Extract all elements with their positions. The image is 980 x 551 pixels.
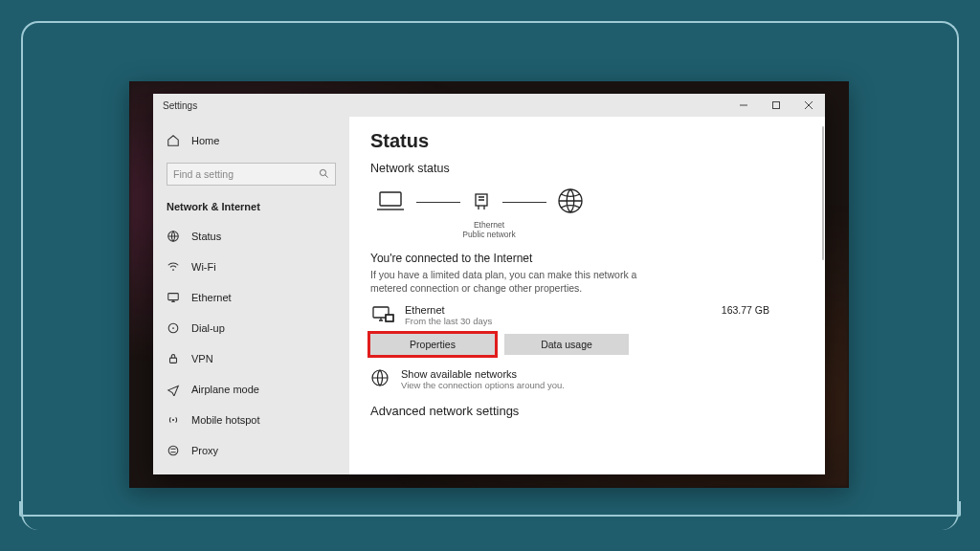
- status-icon: [167, 230, 180, 243]
- advanced-heading: Advanced network settings: [370, 404, 804, 418]
- hotspot-icon: [167, 413, 180, 427]
- settings-window: Settings Home Fi: [153, 94, 825, 474]
- available-title: Show available networks: [401, 368, 565, 380]
- desktop-wallpaper: Settings Home Fi: [129, 81, 849, 488]
- connection-usage: 163.77 GB: [722, 304, 804, 316]
- connected-description: If you have a limited data plan, you can…: [370, 268, 657, 295]
- sidebar-section-title: Network & Internet: [153, 195, 349, 220]
- ethernet-icon: [167, 291, 180, 304]
- button-label: Data usage: [541, 339, 592, 350]
- sidebar-item-hotspot[interactable]: Mobile hotspot: [153, 406, 349, 434]
- available-sub: View the connection options around you.: [401, 380, 565, 390]
- main-content: Status Network status Ether: [349, 117, 825, 474]
- connected-title: You're connected to the Internet: [370, 252, 804, 265]
- close-button[interactable]: [792, 94, 825, 117]
- page-subtitle: Network status: [370, 162, 804, 175]
- button-label: Properties: [410, 339, 456, 350]
- sidebar-item-airplane[interactable]: Airplane mode: [153, 375, 349, 404]
- sidebar-label: Mobile hotspot: [191, 414, 260, 426]
- airplane-icon: [167, 383, 180, 396]
- laptop-icon: [374, 188, 407, 215]
- sidebar-item-dialup[interactable]: Dial-up: [153, 314, 349, 342]
- svg-point-12: [172, 419, 174, 421]
- show-available-networks[interactable]: Show available networks View the connect…: [370, 368, 804, 390]
- search-icon: [319, 168, 329, 181]
- svg-point-4: [320, 169, 325, 175]
- search-input[interactable]: Find a setting: [167, 163, 336, 186]
- svg-rect-11: [170, 358, 177, 363]
- sidebar-label: Airplane mode: [191, 384, 259, 395]
- connection-period: From the last 30 days: [405, 316, 712, 326]
- sidebar-item-wifi[interactable]: Wi-Fi: [153, 253, 349, 281]
- svg-point-13: [168, 446, 178, 455]
- search-placeholder: Find a setting: [173, 168, 319, 180]
- window-title: Settings: [153, 100, 727, 111]
- sidebar-item-status[interactable]: Status: [153, 222, 349, 251]
- svg-point-7: [172, 269, 174, 271]
- svg-line-5: [325, 174, 328, 177]
- svg-rect-14: [380, 192, 401, 206]
- diagram-caption: Ethernet Public network: [460, 221, 518, 240]
- sidebar-label: Dial-up: [191, 322, 225, 334]
- sidebar-label: Ethernet: [191, 292, 232, 303]
- proxy-icon: [167, 444, 180, 457]
- sidebar-label: VPN: [191, 353, 213, 364]
- home-icon: [167, 134, 180, 147]
- titlebar: Settings: [153, 94, 825, 117]
- svg-rect-1: [773, 102, 780, 109]
- globe-small-icon: [370, 368, 390, 389]
- svg-point-10: [172, 327, 174, 329]
- vpn-icon: [167, 352, 180, 365]
- page-title: Status: [370, 130, 804, 152]
- sidebar-label: Home: [191, 135, 219, 146]
- sidebar-label: Wi-Fi: [191, 261, 216, 273]
- sidebar-item-vpn[interactable]: VPN: [153, 344, 349, 373]
- connection-row: Ethernet From the last 30 days 163.77 GB: [370, 304, 804, 326]
- scrollbar[interactable]: [822, 126, 824, 260]
- network-diagram: [370, 187, 804, 217]
- sidebar-label: Status: [191, 231, 221, 242]
- sidebar: Home Find a setting Network & Internet: [153, 117, 349, 474]
- dialup-icon: [167, 321, 180, 335]
- sidebar-label: Proxy: [191, 445, 218, 456]
- minimize-button[interactable]: [727, 94, 760, 117]
- router-icon: [470, 188, 493, 215]
- sidebar-item-proxy[interactable]: Proxy: [153, 436, 349, 465]
- ethernet-adapter-icon: [370, 304, 395, 325]
- maximize-button[interactable]: [760, 94, 792, 117]
- data-usage-button[interactable]: Data usage: [504, 334, 629, 355]
- sidebar-item-ethernet[interactable]: Ethernet: [153, 283, 349, 312]
- connection-name: Ethernet: [405, 304, 712, 316]
- wifi-icon: [167, 260, 180, 274]
- globe-icon: [556, 187, 585, 217]
- sidebar-item-home[interactable]: Home: [153, 126, 349, 155]
- properties-button[interactable]: Properties: [370, 334, 495, 355]
- svg-rect-8: [168, 294, 179, 300]
- svg-rect-18: [386, 315, 393, 321]
